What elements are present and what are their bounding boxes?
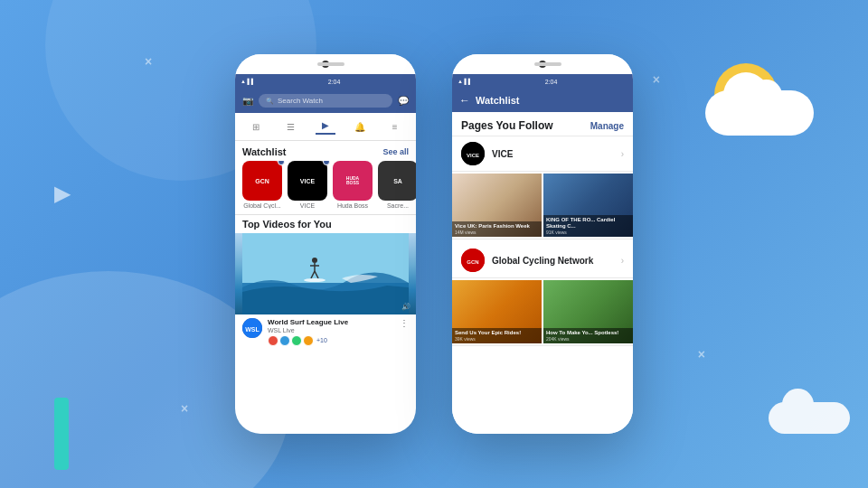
huda-label: Huda Boss	[333, 202, 373, 209]
video-thumbnail: 🔊	[235, 233, 416, 314]
volume-icon[interactable]: 🔊	[401, 303, 410, 311]
top-videos-title: Top Videos for You	[235, 214, 416, 233]
search-icon: 🔍	[266, 98, 274, 105]
phone-1-speaker	[317, 62, 344, 66]
messenger-icon[interactable]: 💬	[398, 96, 409, 106]
gcn-thumb: GCN	[242, 161, 282, 201]
vice-video-2-views: 91K views	[546, 230, 630, 235]
manage-link[interactable]: Manage	[590, 121, 624, 131]
phone-2-top	[452, 54, 633, 74]
vice-page-row[interactable]: VICE VICE ›	[452, 136, 633, 172]
vice-video-1-label: Vice UK: Paris Fashion Week 14M views	[452, 221, 542, 237]
gcn-label: Global Cycl...	[242, 202, 282, 209]
gcn-section: GCN Global Cycling Network › Send Us You…	[452, 243, 633, 346]
vice-label: VICE	[288, 202, 327, 209]
search-placeholder: Search Watch	[278, 97, 323, 105]
sa-logo-text: SA	[393, 178, 402, 184]
gcn-chevron-icon: ›	[621, 256, 624, 266]
vice-video-2-label: KING OF THE RO... Cardiel Skating C... 9…	[543, 215, 633, 237]
video-title: World Surf League Live	[268, 318, 394, 327]
svg-text:VICE: VICE	[467, 153, 479, 158]
pages-follow-title: Pages You Follow	[461, 119, 553, 132]
watchlist-page-title: Watchlist	[476, 95, 520, 106]
gcn-video-1[interactable]: Send Us Your Epic Rides! 39K views	[452, 280, 542, 343]
gcn-video-2-label: How To Make Yo... Spotless! 204K views	[543, 328, 633, 343]
gcn-page-logo: GCN	[461, 249, 485, 272]
phone-2-speaker	[534, 62, 561, 66]
nav-menu-icon[interactable]: ≡	[385, 118, 405, 135]
phone-1: ▲ ▌▌ 2:04 📷 🔍 Search Watch 💬 ⊞ ☰ ▶ 🔔 ≡ W…	[235, 54, 416, 434]
phone-2-screen: Pages You Follow Manage VICE VICE ›	[452, 112, 633, 434]
vice-section: VICE VICE › Vice UK: Paris Fashion Week …	[452, 136, 633, 239]
phones-container: ▲ ▌▌ 2:04 📷 🔍 Search Watch 💬 ⊞ ☰ ▶ 🔔 ≡ W…	[0, 0, 868, 488]
vice-page-logo: VICE	[461, 142, 485, 165]
vice-page-name: VICE	[492, 149, 614, 159]
gcn-video-1-title: Send Us Your Epic Rides!	[455, 330, 539, 336]
surf-scene	[242, 233, 409, 314]
watchlist-item-gcn[interactable]: GCN Global Cycl...	[242, 161, 282, 209]
phone-1-status-bar: ▲ ▌▌ 2:04	[235, 74, 416, 89]
camera-icon[interactable]: 📷	[242, 96, 253, 106]
svg-point-2	[312, 258, 317, 263]
gcn-video-1-views: 39K views	[455, 336, 539, 342]
gcn-video-2-views: 204K views	[546, 336, 630, 342]
svg-point-7	[304, 278, 326, 282]
viewer-avatar-4	[303, 335, 314, 346]
huda-thumb: HUDABOSS	[333, 161, 373, 201]
vice-video-2-title: KING OF THE RO... Cardiel Skating C...	[546, 217, 630, 230]
vice-video-2[interactable]: KING OF THE RO... Cardiel Skating C... 9…	[543, 174, 633, 237]
viewer-avatar-1	[268, 335, 278, 346]
watchlist-item-vice[interactable]: VICE VICE	[288, 161, 327, 209]
gcn-video-2-title: How To Make Yo... Spotless!	[546, 330, 630, 336]
vice-thumb: VICE	[288, 161, 327, 201]
phone-1-time: 2:04	[328, 79, 341, 85]
watchlist-header: Watchlist See all	[235, 141, 416, 161]
gcn-unread-dot	[278, 161, 285, 165]
vice-video-1[interactable]: Vice UK: Paris Fashion Week 14M views	[452, 174, 542, 237]
channel-avatar: WSL	[242, 318, 262, 338]
svg-text:GCN: GCN	[467, 259, 478, 265]
video-info: WSL World Surf League Live WSL Live +10 …	[235, 314, 416, 350]
sa-thumb: SA	[378, 161, 416, 201]
nav-bell-icon[interactable]: 🔔	[350, 118, 370, 135]
vice-logo-text: VICE	[300, 178, 315, 184]
gcn-page-row[interactable]: GCN Global Cycling Network ›	[452, 243, 633, 278]
vice-video-1-title: Vice UK: Paris Fashion Week	[455, 223, 539, 230]
nav-grid-icon[interactable]: ⊞	[246, 118, 266, 135]
watchlist-scroll: GCN Global Cycl... VICE VICE HUDABOSS Hu…	[235, 161, 416, 214]
p2-status-icons: ▲ ▌▌	[458, 79, 472, 84]
phone-2: ▲ ▌▌ 2:04 ← Watchlist Pages You Follow M…	[452, 54, 633, 434]
gcn-page-name: Global Cycling Network	[492, 256, 614, 266]
gcn-video-2[interactable]: How To Make Yo... Spotless! 204K views	[543, 280, 633, 343]
watchlist-item-sa[interactable]: SA Sacre...	[378, 161, 416, 209]
phone-2-header: ← Watchlist	[452, 89, 633, 112]
back-button[interactable]: ←	[459, 94, 470, 107]
gcn-logo-text: GCN	[255, 178, 269, 184]
watchlist-item-huda[interactable]: HUDABOSS Huda Boss	[333, 161, 373, 209]
phone-2-status-bar: ▲ ▌▌ 2:04	[452, 74, 633, 89]
search-bar[interactable]: 🔍 Search Watch	[259, 94, 392, 108]
video-card[interactable]: 🔊 WSL World Surf League Live WSL Live	[235, 233, 416, 350]
sa-label: Sacre...	[378, 202, 416, 209]
status-icons: ▲ ▌▌	[241, 79, 255, 84]
huda-logo-text: HUDABOSS	[346, 176, 359, 186]
pages-follow-header: Pages You Follow Manage	[452, 112, 633, 136]
vice-unread-dot	[323, 161, 330, 165]
video-meta: World Surf League Live WSL Live +10	[268, 318, 394, 346]
watchlist-title: Watchlist	[242, 146, 287, 157]
see-all-link[interactable]: See all	[382, 147, 409, 156]
gcn-video-1-label: Send Us Your Epic Rides! 39K views	[452, 328, 542, 343]
vice-video-1-views: 14M views	[455, 230, 539, 235]
video-channel: WSL Live	[268, 327, 394, 333]
phone-2-time: 2:04	[545, 79, 558, 85]
nav-play-icon[interactable]: ▶	[316, 118, 335, 135]
phone-1-top	[235, 54, 416, 74]
vice-videos-grid: Vice UK: Paris Fashion Week 14M views KI…	[452, 172, 633, 239]
more-options-button[interactable]: ⋮	[400, 318, 409, 328]
viewer-avatar-3	[291, 335, 302, 346]
nav-list-icon[interactable]: ☰	[281, 118, 301, 135]
phone-1-nav: ⊞ ☰ ▶ 🔔 ≡	[235, 113, 416, 141]
vice-chevron-icon: ›	[621, 149, 624, 159]
svg-text:WSL: WSL	[245, 326, 259, 333]
viewer-count: +10	[316, 337, 327, 343]
